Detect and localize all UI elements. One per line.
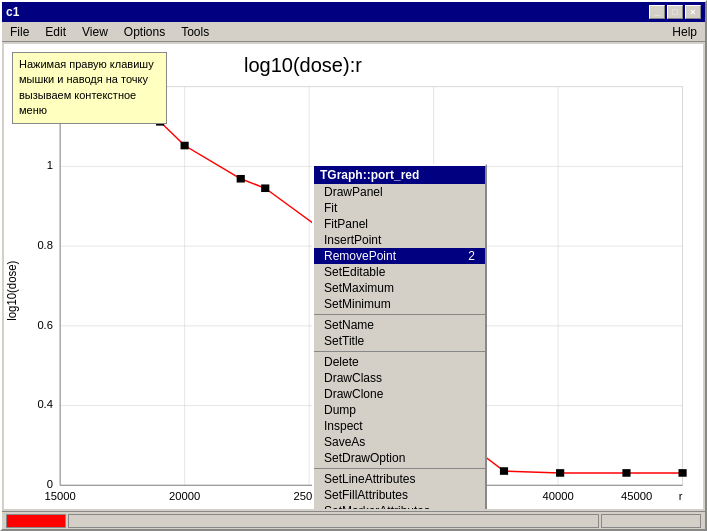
menu-options[interactable]: Options xyxy=(118,24,171,40)
menu-item-fit[interactable]: Fit xyxy=(314,200,485,216)
context-menu-title: TGraph::port_red xyxy=(314,166,485,184)
tooltip-box: Нажимая правую клавишу мышки и наводя на… xyxy=(12,52,167,124)
menu-item-setmaximum[interactable]: SetMaximum xyxy=(314,280,485,296)
svg-text:0.4: 0.4 xyxy=(37,399,53,411)
menu-item-settitle[interactable]: SetTitle xyxy=(314,333,485,349)
menu-file[interactable]: File xyxy=(4,24,35,40)
context-menu: TGraph::port_red DrawPanel Fit FitPanel … xyxy=(312,164,487,509)
svg-text:45000: 45000 xyxy=(621,490,652,502)
svg-text:log10(dose): log10(dose) xyxy=(5,261,19,321)
menu-item-setname[interactable]: SetName xyxy=(314,317,485,333)
svg-rect-34 xyxy=(237,175,245,183)
title-bar-buttons: _ □ × xyxy=(649,5,701,19)
menu-item-inspect[interactable]: Inspect xyxy=(314,418,485,434)
svg-rect-39 xyxy=(556,469,564,477)
menu-left: File Edit View Options Tools xyxy=(4,24,215,40)
menu-bar: File Edit View Options Tools Help xyxy=(2,22,705,42)
svg-text:0: 0 xyxy=(47,478,53,490)
svg-rect-33 xyxy=(181,142,189,150)
svg-rect-41 xyxy=(679,469,687,477)
svg-rect-38 xyxy=(500,467,508,475)
menu-item-insertpoint[interactable]: InsertPoint xyxy=(314,232,485,248)
menu-edit[interactable]: Edit xyxy=(39,24,72,40)
minimize-button[interactable]: _ xyxy=(649,5,665,19)
menu-item-saveas[interactable]: SaveAs xyxy=(314,434,485,450)
svg-text:40000: 40000 xyxy=(542,490,573,502)
svg-text:0.8: 0.8 xyxy=(37,239,53,251)
status-panel-red xyxy=(6,514,66,528)
separator-3 xyxy=(314,468,485,469)
tooltip-text: Нажимая правую клавишу мышки и наводя на… xyxy=(19,58,154,116)
svg-rect-40 xyxy=(622,469,630,477)
menu-help[interactable]: Help xyxy=(666,24,703,40)
menu-item-drawclone[interactable]: DrawClone xyxy=(314,386,485,402)
menu-item-delete[interactable]: Delete xyxy=(314,354,485,370)
menu-item-setdrawoption[interactable]: SetDrawOption xyxy=(314,450,485,466)
menu-view[interactable]: View xyxy=(76,24,114,40)
main-window: c1 _ □ × File Edit View Options Tools He… xyxy=(0,0,707,531)
menu-item-fitpanel[interactable]: FitPanel xyxy=(314,216,485,232)
close-button[interactable]: × xyxy=(685,5,701,19)
title-bar: c1 _ □ × xyxy=(2,2,705,22)
window-title: c1 xyxy=(6,5,19,19)
maximize-button[interactable]: □ xyxy=(667,5,683,19)
svg-text:15000: 15000 xyxy=(45,490,76,502)
chart-title: log10(dose):r xyxy=(244,54,362,77)
menu-item-removepoint[interactable]: RemovePoint 2 xyxy=(314,248,485,264)
svg-text:1: 1 xyxy=(47,160,53,172)
menu-item-setlineattributes[interactable]: SetLineAttributes xyxy=(314,471,485,487)
separator-1 xyxy=(314,314,485,315)
canvas-area: Нажимая правую клавишу мышки и наводя на… xyxy=(4,44,703,509)
status-panel-2 xyxy=(601,514,701,528)
status-panel-1 xyxy=(68,514,599,528)
separator-2 xyxy=(314,351,485,352)
menu-item-setminimum[interactable]: SetMinimum xyxy=(314,296,485,312)
menu-item-setfillattributes[interactable]: SetFillAttributes xyxy=(314,487,485,503)
status-bar xyxy=(2,511,705,529)
svg-text:r: r xyxy=(679,490,683,502)
svg-rect-35 xyxy=(261,184,269,192)
menu-item-drawclass[interactable]: DrawClass xyxy=(314,370,485,386)
svg-text:0.6: 0.6 xyxy=(37,319,53,331)
menu-item-seteditable[interactable]: SetEditable xyxy=(314,264,485,280)
menu-item-drawpanel[interactable]: DrawPanel xyxy=(314,184,485,200)
menu-item-dump[interactable]: Dump xyxy=(314,402,485,418)
svg-text:20000: 20000 xyxy=(169,490,200,502)
menu-item-setmarkerattributes[interactable]: SetMarkerAttributes xyxy=(314,503,485,509)
menu-tools[interactable]: Tools xyxy=(175,24,215,40)
